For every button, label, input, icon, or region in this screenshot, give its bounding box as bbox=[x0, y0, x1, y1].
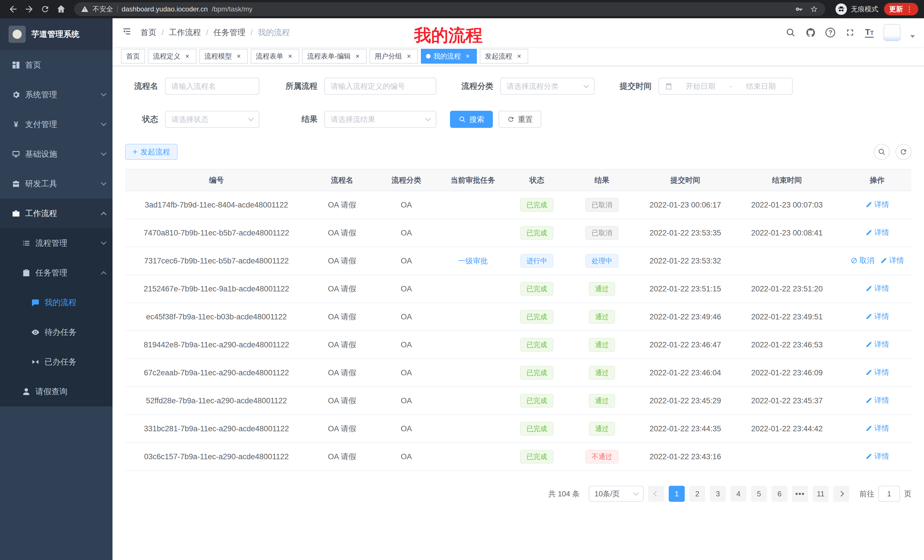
close-icon[interactable]: × bbox=[354, 52, 362, 60]
sidebar-item-my-process[interactable]: 我的流程 bbox=[0, 288, 112, 317]
page-button-5[interactable]: 5 bbox=[751, 486, 767, 502]
breadcrumb-separator: / bbox=[251, 28, 253, 37]
breadcrumb-item[interactable]: 首页 bbox=[141, 27, 156, 38]
refresh-table-button[interactable] bbox=[896, 144, 911, 160]
dashboard-icon bbox=[11, 60, 21, 70]
incognito-profile-chip[interactable]: 无痕模式 bbox=[831, 3, 883, 15]
current-task-link[interactable]: 一级审批 bbox=[458, 256, 488, 266]
cancel-link[interactable]: 取消 bbox=[850, 256, 874, 265]
process-definition-input[interactable] bbox=[324, 78, 436, 95]
next-page-button[interactable] bbox=[833, 486, 849, 502]
help-icon[interactable]: ? bbox=[825, 28, 835, 37]
caret-down-icon[interactable] bbox=[910, 35, 915, 38]
tab-process-form[interactable]: 流程表单× bbox=[251, 49, 299, 64]
close-icon[interactable]: × bbox=[235, 52, 243, 60]
breadcrumb-item[interactable]: 工作流程 bbox=[169, 27, 201, 38]
prev-page-button[interactable] bbox=[648, 486, 664, 502]
page-goto-input[interactable] bbox=[878, 486, 900, 502]
search-icon bbox=[878, 148, 886, 156]
reset-button[interactable]: 重置 bbox=[498, 111, 542, 128]
browser-home-button[interactable] bbox=[54, 2, 69, 16]
page-size-select[interactable]: 10条/页 bbox=[589, 486, 644, 502]
result-select[interactable]: 请选择流结果 bbox=[324, 111, 436, 128]
end-time: 2022-01-22 23:49:51 bbox=[751, 313, 823, 321]
page-button-6[interactable]: 6 bbox=[771, 486, 788, 502]
close-icon[interactable]: × bbox=[286, 52, 294, 60]
edit-icon bbox=[865, 341, 873, 348]
key-icon[interactable] bbox=[795, 5, 804, 13]
sidebar-item-leave-query[interactable]: 请假查询 bbox=[0, 377, 112, 406]
detail-link[interactable]: 详情 bbox=[865, 423, 889, 433]
chevron-down-icon bbox=[425, 115, 431, 121]
header-search-icon[interactable] bbox=[786, 27, 796, 38]
browser-back-button[interactable] bbox=[6, 2, 21, 16]
sidebar-item-task-mgmt[interactable]: 任务管理 bbox=[0, 258, 112, 288]
close-icon[interactable]: × bbox=[515, 52, 523, 60]
browser-forward-button[interactable] bbox=[22, 2, 36, 16]
user-avatar[interactable] bbox=[884, 24, 901, 41]
sidebar-item-infrastructure[interactable]: 基础设施 bbox=[0, 139, 112, 169]
font-size-icon[interactable]: TT bbox=[865, 28, 874, 38]
result-cell: 通过 bbox=[564, 275, 640, 303]
result-tag: 不通过 bbox=[585, 450, 618, 464]
detail-link[interactable]: 详情 bbox=[865, 395, 889, 405]
start-process-button[interactable]: + 发起流程 bbox=[125, 144, 178, 160]
page-button-3[interactable]: 3 bbox=[710, 486, 726, 502]
detail-link[interactable]: 详情 bbox=[865, 451, 889, 461]
table-row: 03c6c157-7b9a-11ec-a290-acde48001122OA 请… bbox=[125, 443, 911, 471]
process-name-input[interactable] bbox=[165, 78, 259, 95]
forward-icon bbox=[24, 4, 34, 14]
search-button[interactable]: 搜索 bbox=[450, 111, 493, 128]
submit-time-cell: 2022-01-22 23:43:16 bbox=[640, 443, 731, 471]
page-button-1[interactable]: 1 bbox=[669, 486, 685, 502]
close-icon[interactable]: × bbox=[405, 52, 413, 60]
tab-home[interactable]: 首页 bbox=[121, 49, 145, 64]
browser-refresh-button[interactable] bbox=[38, 2, 52, 16]
sidebar-item-done-tasks[interactable]: 已办任务 bbox=[0, 347, 112, 377]
submit-time-range-picker[interactable]: 开始日期 - 结束日期 bbox=[658, 78, 793, 95]
close-icon[interactable]: × bbox=[183, 52, 191, 60]
sidebar-item-workflow[interactable]: 工作流程 bbox=[0, 199, 112, 228]
process-category-select[interactable]: 请选择流程分类 bbox=[500, 78, 594, 95]
tab-my-process[interactable]: 我的流程× bbox=[421, 49, 477, 64]
detail-link[interactable]: 详情 bbox=[865, 283, 889, 293]
status-select[interactable]: 请选择状态 bbox=[165, 111, 259, 128]
sidebar-item-todo-tasks[interactable]: 待办任务 bbox=[0, 317, 112, 347]
current-task-cell bbox=[436, 219, 509, 247]
status-cell: 已完成 bbox=[509, 387, 564, 415]
page-button-11[interactable]: 11 bbox=[813, 486, 829, 502]
fullscreen-icon[interactable] bbox=[845, 27, 855, 38]
page-button-4[interactable]: 4 bbox=[730, 486, 746, 502]
detail-link[interactable]: 详情 bbox=[865, 228, 889, 238]
sidebar-item-process-mgmt[interactable]: 流程管理 bbox=[0, 228, 112, 258]
close-icon[interactable]: × bbox=[464, 52, 472, 60]
more-pages-button[interactable]: ••• bbox=[792, 486, 808, 502]
detail-link[interactable]: 详情 bbox=[865, 199, 889, 210]
tab-process-form-edit[interactable]: 流程表单-编辑× bbox=[302, 49, 367, 64]
detail-link[interactable]: 详情 bbox=[865, 367, 889, 377]
address-bar[interactable]: 不安全 dashboard.yudao.iocoder.cn/bpm/task/… bbox=[74, 2, 825, 16]
toggle-search-button[interactable] bbox=[874, 144, 890, 160]
bookmark-star-icon[interactable] bbox=[810, 5, 818, 13]
detail-link[interactable]: 详情 bbox=[865, 339, 889, 349]
sidebar-item-system[interactable]: 系统管理 bbox=[0, 80, 112, 109]
current-task-cell bbox=[436, 331, 509, 359]
tab-user-group[interactable]: 用户分组× bbox=[369, 49, 418, 64]
sidebar-item-payment[interactable]: ¥支付管理 bbox=[0, 109, 112, 139]
tab-process-definition[interactable]: 流程定义× bbox=[148, 49, 196, 64]
breadcrumb-item[interactable]: 任务管理 bbox=[214, 27, 246, 38]
end-time-cell: 2022-01-23 00:07:03 bbox=[731, 191, 843, 219]
browser-update-button[interactable]: 更新 ⋮ bbox=[884, 3, 918, 15]
page-button-2[interactable]: 2 bbox=[689, 486, 705, 502]
tab-process-model[interactable]: 流程模型× bbox=[199, 49, 248, 64]
current-task-cell bbox=[436, 387, 509, 415]
detail-link[interactable]: 详情 bbox=[880, 256, 904, 265]
process-category: OA bbox=[400, 257, 412, 265]
sidebar-toggle-button[interactable] bbox=[122, 26, 132, 39]
detail-link[interactable]: 详情 bbox=[865, 311, 889, 321]
sidebar-item-devtools[interactable]: 研发工具 bbox=[0, 169, 112, 199]
tab-start-process[interactable]: 发起流程× bbox=[480, 49, 528, 64]
app-logo[interactable]: 芋道管理系统 bbox=[0, 18, 112, 50]
sidebar-item-home[interactable]: 首页 bbox=[0, 50, 112, 80]
github-icon[interactable] bbox=[806, 27, 816, 38]
